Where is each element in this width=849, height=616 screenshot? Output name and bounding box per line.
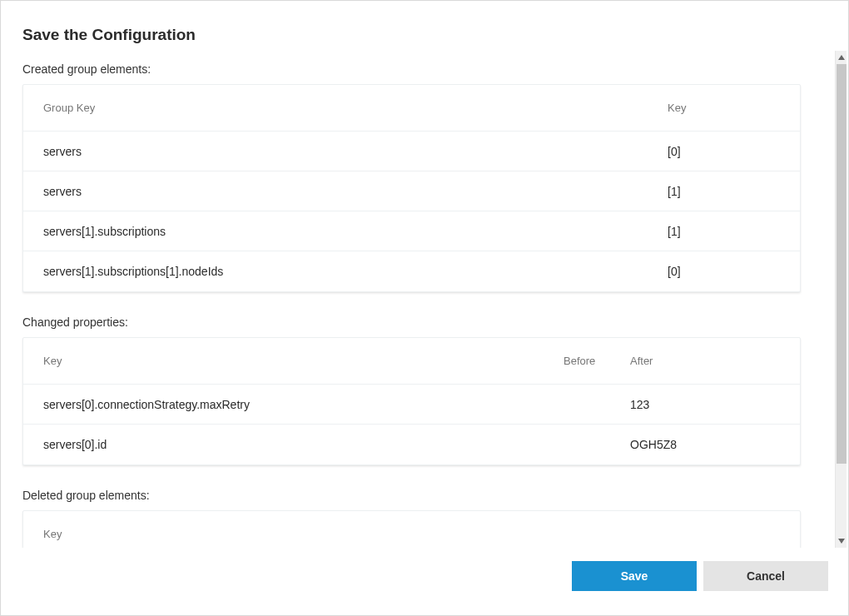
cell-group-key: servers[1].subscriptions xyxy=(43,225,668,238)
cell-group-key: servers xyxy=(43,185,668,198)
table-row: servers[0].connectionStrategy.maxRetry 1… xyxy=(23,385,800,425)
created-table: Group Key Key servers [0] servers [1] se… xyxy=(22,84,801,292)
scroll-down-arrow-icon[interactable] xyxy=(836,534,847,548)
scroll-up-arrow-icon[interactable] xyxy=(836,51,847,64)
table-row: servers [0] xyxy=(23,132,800,171)
cell-key: [1] xyxy=(668,225,780,238)
created-section-label: Created group elements: xyxy=(22,62,801,76)
cell-after: 123 xyxy=(630,398,780,411)
scroll-region: Created group elements: Group Key Key se… xyxy=(1,51,848,548)
cell-key: [1] xyxy=(668,185,780,198)
deleted-section-label: Deleted group elements: xyxy=(22,489,801,502)
scrollbar-thumb[interactable] xyxy=(837,64,847,464)
column-header-key: Key xyxy=(43,528,780,540)
deleted-table: Key xyxy=(22,510,801,548)
cell-key: [0] xyxy=(668,265,780,278)
cell-key: [0] xyxy=(668,145,780,158)
column-header-before: Before xyxy=(564,355,630,367)
dialog-header: Save the Configuration xyxy=(1,1,848,51)
column-header-key: Key xyxy=(43,355,564,367)
save-button[interactable]: Save xyxy=(572,561,697,591)
column-header-key: Key xyxy=(668,102,780,114)
changed-table-header: Key Before After xyxy=(23,338,800,385)
button-bar: Save Cancel xyxy=(1,548,848,604)
cell-key: servers[0].connectionStrategy.maxRetry xyxy=(43,398,564,411)
deleted-table-header: Key xyxy=(23,511,800,548)
cancel-button[interactable]: Cancel xyxy=(703,561,828,591)
changed-section-label: Changed properties: xyxy=(22,315,801,329)
created-table-header: Group Key Key xyxy=(23,85,800,132)
cell-group-key: servers xyxy=(43,145,668,158)
cell-after: OGH5Z8 xyxy=(630,438,780,451)
scroll-content: Created group elements: Group Key Key se… xyxy=(1,51,822,548)
column-header-group-key: Group Key xyxy=(43,102,668,114)
column-header-after: After xyxy=(630,355,780,367)
cell-key: servers[0].id xyxy=(43,438,564,451)
table-row: servers[1].subscriptions[1].nodeIds [0] xyxy=(23,251,800,291)
cell-group-key: servers[1].subscriptions[1].nodeIds xyxy=(43,265,668,278)
table-row: servers[0].id OGH5Z8 xyxy=(23,425,800,464)
dialog-title: Save the Configuration xyxy=(22,26,827,44)
table-row: servers[1].subscriptions [1] xyxy=(23,211,800,251)
scrollbar[interactable] xyxy=(835,51,847,548)
changed-table: Key Before After servers[0].connectionSt… xyxy=(22,337,801,465)
table-row: servers [1] xyxy=(23,171,800,211)
